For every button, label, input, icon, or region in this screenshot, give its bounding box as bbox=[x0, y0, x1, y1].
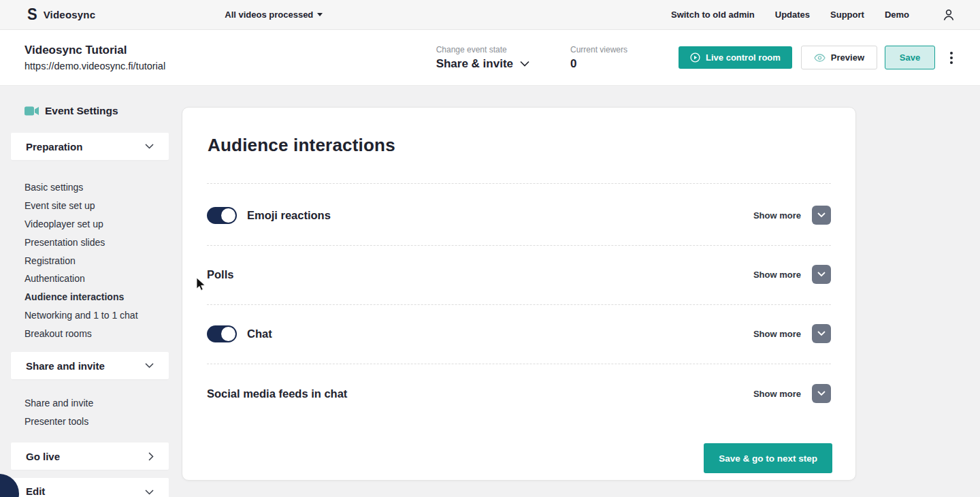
current-viewers-label: Current viewers bbox=[570, 45, 627, 54]
event-title-block: Videosync Tutorial https://demo.videosyn… bbox=[24, 44, 165, 71]
event-url[interactable]: https://demo.videosync.fi/tutorial bbox=[24, 61, 165, 71]
expand-section-button[interactable] bbox=[812, 265, 831, 284]
divider bbox=[207, 245, 831, 246]
sidebar-section-preparation[interactable]: Preparation bbox=[11, 133, 169, 160]
feature-label: Chat bbox=[247, 327, 272, 340]
chevron-down-icon bbox=[520, 61, 529, 67]
chevron-down-icon bbox=[145, 144, 154, 149]
eye-icon bbox=[814, 54, 826, 62]
videos-processed-label: All videos processed bbox=[225, 10, 313, 20]
sidebar-section-edit[interactable]: Edit bbox=[11, 478, 169, 497]
play-circle-icon bbox=[690, 52, 700, 63]
sidebar-item-audience-interactions[interactable]: Audience interactions bbox=[24, 288, 138, 306]
feature-label: Emoji reactions bbox=[247, 209, 331, 222]
sidebar-item-networking-1to1-chat[interactable]: Networking and 1 to 1 chat bbox=[24, 306, 138, 325]
sidebar-item-share-and-invite[interactable]: Share and invite bbox=[24, 394, 93, 413]
share-invite-items: Share and invite Presenter tools bbox=[24, 394, 93, 431]
show-more-link[interactable]: Show more bbox=[753, 210, 801, 221]
show-more-link[interactable]: Show more bbox=[753, 270, 801, 280]
divider bbox=[207, 364, 831, 364]
preview-label: Preview bbox=[831, 52, 864, 63]
sidebar-item-event-site-set-up[interactable]: Event site set up bbox=[24, 197, 138, 215]
chevron-down-icon bbox=[145, 490, 154, 495]
live-control-room-label: Live control room bbox=[706, 52, 781, 63]
go-live-label: Go live bbox=[26, 451, 60, 462]
videosync-logo-icon: S bbox=[27, 7, 37, 22]
link-support[interactable]: Support bbox=[830, 10, 864, 20]
feature-row-social-media-feeds: Social media feeds in chat Show more bbox=[207, 373, 831, 414]
sidebar-heading: Event Settings bbox=[24, 105, 118, 117]
expand-section-button[interactable] bbox=[812, 384, 831, 403]
videos-processed-dropdown[interactable]: All videos processed bbox=[225, 10, 323, 20]
event-state-dropdown[interactable]: Share & invite bbox=[436, 57, 529, 71]
edit-label: Edit bbox=[26, 485, 45, 497]
divider bbox=[207, 183, 831, 184]
chevron-down-icon bbox=[817, 272, 826, 277]
brand[interactable]: S Videosync bbox=[27, 7, 95, 22]
preparation-label: Preparation bbox=[26, 141, 82, 153]
chevron-right-icon bbox=[148, 452, 154, 461]
feature-row-emoji-reactions: Emoji reactions Show more bbox=[207, 195, 831, 236]
sidebar-heading-label: Event Settings bbox=[45, 105, 118, 117]
event-state-value: Share & invite bbox=[436, 57, 513, 71]
feature-label: Polls bbox=[207, 268, 233, 281]
event-state-block: Change event state Share & invite bbox=[436, 45, 529, 71]
sidebar-section-share-and-invite[interactable]: Share and invite bbox=[11, 352, 169, 379]
chat-toggle[interactable] bbox=[207, 325, 237, 342]
sidebar-item-authentication[interactable]: Authentication bbox=[24, 270, 138, 288]
share-invite-label: Share and invite bbox=[26, 360, 105, 372]
current-viewers-count: 0 bbox=[570, 57, 627, 71]
live-control-room-button[interactable]: Live control room bbox=[679, 46, 792, 69]
chevron-down-icon bbox=[145, 363, 154, 368]
more-options-menu[interactable] bbox=[946, 48, 957, 68]
sidebar-item-presenter-tools[interactable]: Presenter tools bbox=[24, 413, 93, 431]
link-switch-old-admin[interactable]: Switch to old admin bbox=[671, 10, 755, 20]
save-button[interactable]: Save bbox=[885, 46, 935, 69]
video-camera-icon bbox=[24, 106, 39, 116]
user-account-icon[interactable] bbox=[942, 8, 956, 22]
chevron-down-icon bbox=[817, 212, 826, 218]
show-more-link[interactable]: Show more bbox=[753, 389, 801, 399]
topbar-links: Switch to old admin Updates Support Demo bbox=[671, 8, 956, 22]
link-updates[interactable]: Updates bbox=[775, 10, 810, 20]
caret-down-icon bbox=[317, 13, 323, 16]
audience-interactions-panel: Audience interactions Emoji reactions Sh… bbox=[182, 107, 856, 481]
expand-section-button[interactable] bbox=[812, 206, 831, 225]
show-more-link[interactable]: Show more bbox=[753, 329, 801, 339]
sidebar-item-breakout-rooms[interactable]: Breakout rooms bbox=[24, 324, 138, 342]
sidebar-item-registration[interactable]: Registration bbox=[24, 251, 138, 270]
mouse-cursor bbox=[196, 278, 206, 294]
top-bar: S Videosync All videos processed Switch … bbox=[0, 0, 980, 30]
save-label: Save bbox=[900, 52, 920, 63]
emoji-reactions-toggle[interactable] bbox=[207, 207, 237, 224]
sidebar-item-videoplayer-set-up[interactable]: Videoplayer set up bbox=[24, 215, 138, 234]
sidebar-item-basic-settings[interactable]: Basic settings bbox=[24, 178, 138, 197]
divider bbox=[207, 304, 831, 305]
sidebar-item-presentation-slides[interactable]: Presentation slides bbox=[24, 233, 138, 251]
page-title: Videosync Tutorial bbox=[24, 44, 165, 57]
chevron-down-icon bbox=[817, 391, 826, 396]
sidebar-section-go-live[interactable]: Go live bbox=[11, 443, 169, 470]
current-viewers-block: Current viewers 0 bbox=[570, 45, 627, 71]
link-demo[interactable]: Demo bbox=[885, 10, 909, 20]
feature-row-chat: Chat Show more bbox=[207, 313, 831, 354]
event-header: Videosync Tutorial https://demo.videosyn… bbox=[0, 30, 980, 86]
feature-row-polls: Polls Show more bbox=[207, 254, 831, 295]
expand-section-button[interactable] bbox=[812, 324, 831, 343]
chevron-down-icon bbox=[817, 331, 826, 336]
brand-name: Videosync bbox=[44, 9, 96, 20]
preview-button[interactable]: Preview bbox=[801, 46, 877, 69]
event-state-label: Change event state bbox=[436, 45, 529, 54]
save-and-next-step-button[interactable]: Save & go to next step bbox=[704, 443, 832, 473]
preparation-items: Basic settings Event site set up Videopl… bbox=[24, 178, 138, 342]
section-heading: Audience interactions bbox=[208, 135, 395, 156]
content-area: Event Settings Preparation Basic setting… bbox=[0, 86, 980, 497]
feature-label: Social media feeds in chat bbox=[207, 387, 347, 400]
